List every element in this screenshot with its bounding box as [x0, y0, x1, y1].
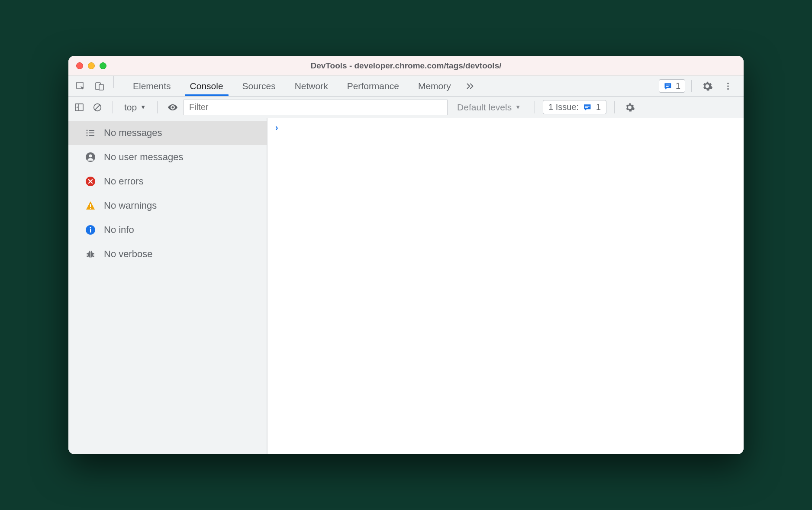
- svg-rect-13: [585, 106, 590, 107]
- svg-rect-25: [90, 208, 91, 209]
- svg-point-6: [727, 85, 729, 87]
- svg-point-5: [727, 82, 729, 84]
- levels-label: Default levels: [457, 102, 512, 113]
- console-prompt: ›: [275, 123, 278, 132]
- clear-console-button[interactable]: [90, 100, 105, 115]
- issues-badge-count: 1: [596, 102, 601, 112]
- zoom-window-button[interactable]: [100, 62, 106, 69]
- tab-performance[interactable]: Performance: [338, 76, 409, 96]
- sidebar-item-messages[interactable]: No messages: [68, 121, 267, 145]
- svg-rect-27: [90, 229, 91, 232]
- gear-icon: [625, 102, 635, 113]
- issues-count: 1: [676, 81, 680, 91]
- gear-icon: [702, 81, 713, 92]
- svg-point-28: [90, 227, 91, 228]
- sidebar-item-warnings[interactable]: No warnings: [68, 194, 267, 218]
- tab-memory[interactable]: Memory: [409, 76, 461, 96]
- chevron-down-icon: ▼: [140, 104, 146, 110]
- traffic-lights: [76, 62, 106, 69]
- context-label: top: [124, 102, 137, 113]
- sidebar-item-verbose[interactable]: No verbose: [68, 242, 267, 266]
- kebab-menu-button[interactable]: [719, 81, 738, 91]
- svg-rect-24: [90, 204, 91, 207]
- tabs: Elements Console Sources Network Perform…: [123, 76, 480, 96]
- divider: [691, 80, 692, 92]
- info-icon: [85, 224, 96, 236]
- eye-icon: [167, 103, 178, 112]
- console-filterbar: top ▼ Default levels ▼ 1 Issue: 1: [68, 97, 744, 118]
- close-window-button[interactable]: [76, 62, 83, 69]
- issues-badge-button[interactable]: 1: [659, 79, 685, 93]
- console-sidebar: No messages No user messages No errors N…: [68, 118, 267, 454]
- svg-rect-2: [99, 84, 103, 90]
- log-levels-select[interactable]: Default levels ▼: [451, 102, 527, 113]
- bug-icon: [85, 249, 96, 260]
- svg-rect-18: [89, 132, 94, 133]
- sidebar-item-label: No warnings: [104, 200, 157, 211]
- issues-box[interactable]: 1 Issue: 1: [543, 100, 606, 114]
- minimize-window-button[interactable]: [88, 62, 95, 69]
- tab-label: Memory: [418, 81, 451, 91]
- divider: [614, 101, 615, 113]
- chevron-down-icon: ▼: [515, 104, 521, 110]
- divider: [113, 101, 113, 113]
- sidebar-item-label: No errors: [104, 176, 144, 187]
- tab-label: Performance: [347, 81, 399, 91]
- divider: [157, 101, 158, 113]
- svg-point-19: [87, 135, 88, 136]
- tabstrip-right-controls: 1: [659, 76, 741, 96]
- tab-label: Network: [295, 81, 328, 91]
- tab-elements[interactable]: Elements: [123, 76, 180, 96]
- tab-label: Console: [190, 81, 223, 91]
- device-toggle-button[interactable]: [90, 76, 109, 96]
- sidebar-item-label: No verbose: [104, 249, 153, 260]
- sidebar-item-errors[interactable]: No errors: [68, 169, 267, 194]
- sidebar-item-label: No messages: [104, 127, 162, 139]
- console-settings-button[interactable]: [622, 100, 637, 115]
- main-tabstrip: Elements Console Sources Network Perform…: [68, 76, 744, 97]
- issues-label: 1 Issue:: [548, 102, 579, 112]
- svg-point-12: [172, 106, 174, 108]
- kebab-icon: [723, 81, 733, 91]
- tab-label: Sources: [242, 81, 276, 91]
- tab-console[interactable]: Console: [180, 76, 233, 96]
- user-icon: [85, 152, 96, 163]
- svg-rect-4: [666, 86, 669, 87]
- svg-point-17: [87, 132, 88, 134]
- inspect-element-button[interactable]: [71, 76, 90, 96]
- sidebar-item-label: No info: [104, 224, 134, 236]
- titlebar: DevTools - developer.chrome.com/tags/dev…: [68, 56, 744, 76]
- toggle-sidebar-button[interactable]: [72, 100, 87, 115]
- svg-point-22: [89, 155, 92, 158]
- more-tabs-button[interactable]: [461, 76, 480, 96]
- svg-rect-14: [585, 107, 588, 108]
- divider: [113, 76, 114, 88]
- svg-point-7: [727, 88, 729, 90]
- tab-sources[interactable]: Sources: [233, 76, 285, 96]
- message-icon: [664, 82, 672, 90]
- list-icon: [85, 127, 96, 139]
- error-icon: [85, 176, 96, 187]
- window-title: DevTools - developer.chrome.com/tags/dev…: [311, 61, 502, 71]
- device-icon: [94, 81, 105, 91]
- chevron-double-right-icon: [465, 81, 475, 91]
- divider: [535, 101, 535, 113]
- clear-icon: [93, 103, 102, 112]
- message-icon: [583, 103, 592, 112]
- svg-rect-16: [89, 130, 94, 131]
- context-select[interactable]: top ▼: [121, 102, 149, 113]
- svg-rect-3: [666, 84, 670, 85]
- inspect-icon: [75, 81, 86, 91]
- warning-icon: [85, 200, 96, 211]
- console-output[interactable]: ›: [267, 118, 744, 454]
- console-body: No messages No user messages No errors N…: [68, 118, 744, 454]
- tab-network[interactable]: Network: [285, 76, 338, 96]
- sidebar-item-label: No user messages: [104, 152, 183, 163]
- filter-input[interactable]: [184, 100, 448, 115]
- tab-label: Elements: [133, 81, 171, 91]
- svg-point-15: [87, 130, 88, 131]
- settings-button[interactable]: [698, 81, 717, 92]
- live-expression-button[interactable]: [165, 100, 180, 115]
- sidebar-item-user-messages[interactable]: No user messages: [68, 145, 267, 169]
- sidebar-item-info[interactable]: No info: [68, 218, 267, 242]
